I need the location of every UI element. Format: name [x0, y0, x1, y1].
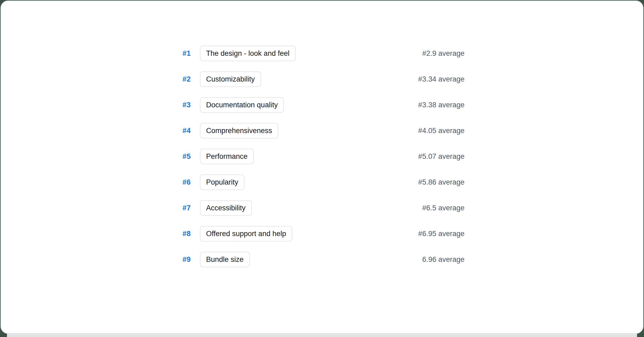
- average-value: #3.38 average: [418, 101, 464, 109]
- ranking-list: #1 The design - look and feel #2.9 avera…: [180, 1, 464, 272]
- average-value: #5.86 average: [418, 178, 464, 186]
- ranking-row: #6 Popularity #5.86 average: [180, 169, 464, 195]
- rank-number: #4: [180, 127, 191, 135]
- rank-number: #3: [180, 101, 191, 109]
- category-pill[interactable]: The design - look and feel: [200, 46, 296, 61]
- ranking-row: #2 Customizability #3.34 average: [180, 66, 464, 92]
- ranking-row: #3 Documentation quality #3.38 average: [180, 92, 464, 118]
- average-value: #5.07 average: [418, 152, 464, 161]
- average-value: #6.5 average: [422, 204, 464, 212]
- ranking-row: #5 Performance #5.07 average: [180, 144, 464, 169]
- rank-number: #6: [180, 178, 191, 186]
- category-pill[interactable]: Customizability: [200, 71, 261, 87]
- category-pill[interactable]: Offered support and help: [200, 226, 292, 241]
- category-pill[interactable]: Popularity: [200, 174, 244, 190]
- rank-number: #9: [180, 255, 191, 264]
- results-card: #1 The design - look and feel #2.9 avera…: [1, 1, 643, 334]
- average-value: #6.95 average: [418, 230, 464, 238]
- category-pill[interactable]: Comprehensiveness: [200, 123, 278, 138]
- category-pill[interactable]: Documentation quality: [200, 97, 284, 113]
- ranking-row: #1 The design - look and feel #2.9 avera…: [180, 41, 464, 66]
- screen-background: #1 The design - look and feel #2.9 avera…: [0, 0, 644, 337]
- bottom-strip: [7, 333, 637, 337]
- ranking-row: #4 Comprehensiveness #4.05 average: [180, 118, 464, 144]
- ranking-row: #7 Accessibility #6.5 average: [180, 195, 464, 221]
- average-value: #3.34 average: [418, 75, 464, 83]
- rank-number: #1: [180, 49, 191, 58]
- rank-number: #8: [180, 230, 191, 238]
- category-pill[interactable]: Bundle size: [200, 252, 250, 267]
- category-pill[interactable]: Accessibility: [200, 200, 252, 216]
- average-value: #2.9 average: [422, 49, 464, 58]
- average-value: 6.96 average: [422, 255, 464, 264]
- ranking-row: #8 Offered support and help #6.95 averag…: [180, 221, 464, 247]
- rank-number: #2: [180, 75, 191, 83]
- rank-number: #7: [180, 204, 191, 212]
- ranking-row: #9 Bundle size 6.96 average: [180, 247, 464, 272]
- average-value: #4.05 average: [418, 127, 464, 135]
- rank-number: #5: [180, 152, 191, 161]
- category-pill[interactable]: Performance: [200, 149, 254, 164]
